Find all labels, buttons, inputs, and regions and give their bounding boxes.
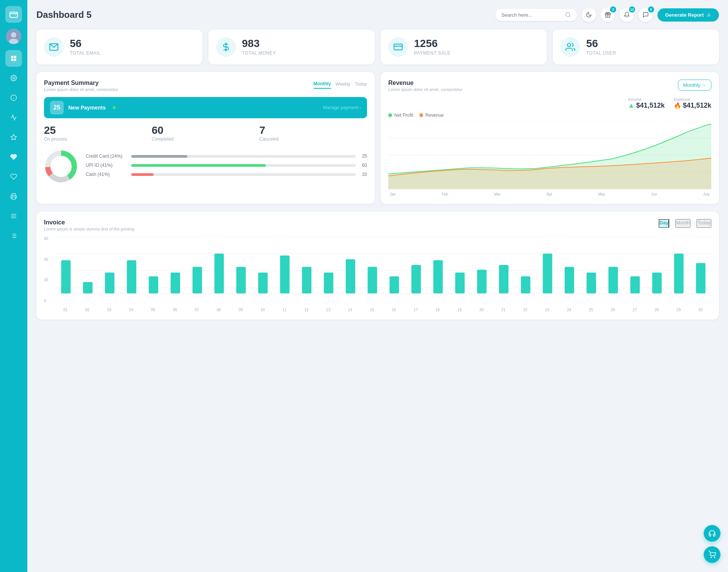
payment-summary-title: Payment Summary [44, 80, 118, 86]
manage-payment-link[interactable]: Manage payment › [323, 105, 361, 110]
revenue-dot [419, 113, 423, 117]
bar-item [455, 273, 465, 293]
creditcard-bar-fill [131, 155, 187, 158]
svg-point-2 [11, 32, 16, 38]
new-payments-bar: 25 New Payments Manage payment › [44, 97, 367, 118]
x-label-bar: 20 [471, 308, 493, 312]
bar-item [630, 276, 640, 293]
tab-month[interactable]: Month [675, 219, 690, 228]
money-stat-number: 983 [242, 38, 276, 49]
cash-bar-bg [131, 173, 356, 176]
search-input[interactable] [501, 12, 562, 18]
svg-point-23 [566, 13, 570, 17]
message-badge: 5 [648, 6, 654, 13]
message-icon [643, 12, 649, 18]
sidebar-item-settings[interactable] [5, 70, 22, 86]
x-label-bar: 12 [295, 308, 317, 312]
avatar[interactable] [6, 29, 21, 44]
payment-tab-group: Monthly Weekly Today [314, 80, 367, 89]
fab-cart-button[interactable] [704, 546, 720, 563]
x-label-bar: 05 [142, 308, 164, 312]
expense-icon: 🔥 [674, 102, 681, 109]
tab-monthly-payment[interactable]: Monthly [314, 80, 331, 89]
notification-badge: 12 [629, 6, 635, 13]
bar-item [280, 255, 290, 293]
progress-item-creditcard: Credit Card (24%) 25 [86, 154, 367, 159]
theme-toggle-button[interactable] [582, 8, 596, 22]
message-button[interactable]: 5 [639, 8, 653, 22]
bar-item [105, 273, 115, 293]
generate-report-button[interactable]: Generate Report [657, 8, 719, 22]
wallet-icon [9, 10, 18, 19]
revenue-chart [388, 121, 711, 189]
revenue-chart-wrap: Jan Feb Mar Apr May Jun July [388, 121, 711, 196]
sidebar-logo[interactable] [5, 6, 22, 23]
creditcard-label: Credit Card (24%) [86, 154, 127, 159]
new-payments-count: 25 [50, 101, 64, 114]
x-label-bar: 23 [536, 308, 558, 312]
on-process-number: 25 [44, 124, 152, 136]
sidebar [0, 0, 27, 572]
sidebar-item-heart-outline[interactable] [5, 168, 22, 185]
search-icon [565, 12, 571, 18]
x-label-bar: 17 [405, 308, 427, 312]
revenue-card: Revenue Lorem ipsum dolor sit amet, cons… [381, 72, 719, 204]
dashboard-icon [10, 55, 17, 62]
tab-today-payment[interactable]: Today [355, 80, 367, 89]
x-label-bar: 07 [186, 308, 208, 312]
x-label-bar: 18 [427, 308, 449, 312]
x-label-bar: 01 [55, 308, 77, 312]
x-label-mar: Mar [494, 192, 500, 196]
invoice-chart-inner: 0102030405060708091011121314151617181920… [55, 237, 711, 312]
x-label-jan: Jan [390, 192, 396, 196]
upi-bar-fill [131, 164, 266, 167]
x-label-bar: 22 [514, 308, 536, 312]
gift-button[interactable]: 2 [601, 8, 615, 22]
sidebar-item-dashboard[interactable] [5, 50, 22, 67]
tab-today[interactable]: Today [697, 219, 711, 228]
bar-item [83, 282, 93, 293]
tab-weekly-payment[interactable]: Weekly [336, 80, 350, 89]
x-label-bar: 29 [668, 308, 690, 312]
svg-rect-5 [14, 56, 16, 58]
sidebar-item-star[interactable] [5, 129, 22, 146]
sidebar-item-heart[interactable] [5, 149, 22, 165]
revenue-header: Revenue Lorem ipsum dolor sit amet, cons… [388, 80, 711, 92]
income-arrow-icon: ▲ [628, 102, 635, 110]
tab-day[interactable]: Day [659, 219, 669, 228]
sidebar-item-print[interactable] [5, 188, 22, 205]
sidebar-item-menu[interactable] [5, 208, 22, 224]
revenue-monthly-select[interactable]: Monthly [678, 80, 711, 91]
bar-item [368, 267, 377, 293]
bar-item [411, 265, 421, 293]
stats-row: 56 TOTAL EMAIL 983 TOTAL MONEY [36, 30, 719, 64]
progress-item-cash: Cash (41%) 10 [86, 172, 367, 177]
cash-bar-fill [131, 173, 154, 176]
new-payments-left: 25 New Payments [50, 101, 116, 114]
x-label-july: July [703, 192, 710, 196]
chevron-down-icon [702, 83, 706, 88]
sidebar-item-info[interactable] [5, 89, 22, 106]
fab-support-button[interactable] [704, 525, 720, 542]
x-label-bar: 25 [580, 308, 602, 312]
print-icon [10, 193, 17, 200]
revenue-tab-label: Monthly [683, 82, 700, 88]
expense-value: 🔥 $41,512k [674, 102, 711, 110]
sidebar-item-list[interactable] [5, 227, 22, 244]
bar-item [674, 254, 684, 293]
x-label-bar: 13 [317, 308, 339, 312]
invoice-tabs: Day Month Today [659, 219, 711, 228]
svg-rect-0 [10, 12, 17, 17]
sidebar-item-chart[interactable] [5, 109, 22, 126]
svg-rect-4 [11, 56, 13, 58]
payment-bottom: Credit Card (24%) 25 UPI ID (41%) 60 [44, 149, 367, 185]
heart-outline-icon [10, 173, 17, 180]
search-box[interactable] [495, 9, 577, 21]
moon-icon [586, 12, 592, 18]
x-label-bar: 19 [449, 308, 471, 312]
bar-item [696, 263, 706, 293]
x-label-bar: 27 [624, 308, 646, 312]
gift-icon [605, 12, 611, 18]
x-label-bar: 02 [77, 308, 99, 312]
notification-button[interactable]: 12 [620, 8, 634, 22]
